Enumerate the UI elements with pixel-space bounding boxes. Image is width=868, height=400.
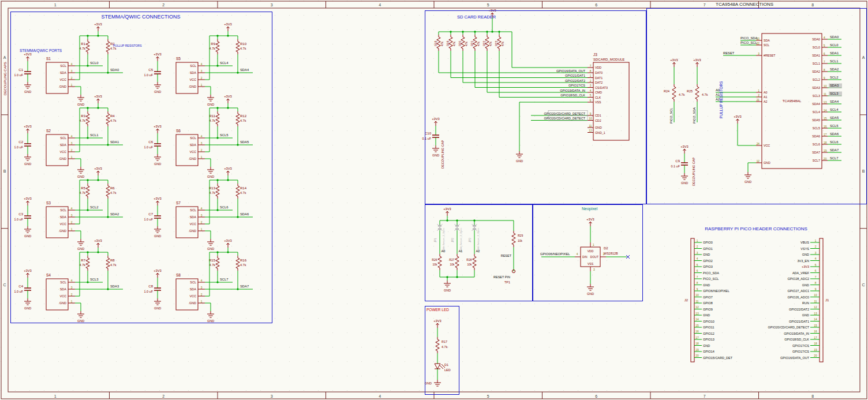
j2-connector-body[interactable] xyxy=(691,238,694,362)
stemma-section-title[interactable]: STEMMA/QWIIC CONNECTIONS xyxy=(10,14,271,20)
net-label[interactable]: GND xyxy=(802,283,809,287)
tca-section-title[interactable]: TCA9548A CONNECTIONS xyxy=(716,2,773,7)
section-box-stemma-qwiic[interactable] xyxy=(10,12,272,323)
pin-number[interactable]: 8 xyxy=(697,282,698,285)
pin-number[interactable]: 7 xyxy=(815,276,817,279)
pin-number[interactable]: 1 xyxy=(697,240,698,242)
net-label[interactable]: +3V3 xyxy=(802,265,809,268)
net-label[interactable]: GPIO17/CS xyxy=(792,350,809,353)
net-label[interactable]: GPIO7 xyxy=(703,296,713,299)
net-label[interactable]: GND xyxy=(703,283,710,287)
section-box-sd-card[interactable] xyxy=(425,10,646,204)
pin-number[interactable]: 19 xyxy=(814,349,817,352)
stemma-decoupling-note[interactable]: DECOUPLING CAPS xyxy=(3,62,7,95)
net-label[interactable]: ADA_VREF xyxy=(792,271,810,275)
pin-number[interactable]: 10 xyxy=(814,294,817,297)
net-label[interactable]: PICO_SDA xyxy=(703,271,719,275)
net-label[interactable]: GPIO20/CD/CARD_DETECT xyxy=(768,326,809,329)
pin-number[interactable]: 12 xyxy=(695,306,699,309)
sd-section-title[interactable]: SD CARD READER xyxy=(457,14,496,20)
net-label[interactable]: GND xyxy=(802,313,809,317)
pin-number[interactable]: 10 xyxy=(695,294,699,297)
section-box-power-led[interactable] xyxy=(425,306,459,395)
net-label[interactable]: GPIO27_ADC1 xyxy=(787,289,809,293)
pin-number[interactable]: 6 xyxy=(697,270,698,272)
pin-number[interactable]: 20 xyxy=(814,354,817,357)
net-label[interactable]: GPIO16/DATA_OUT xyxy=(780,356,810,360)
pico-header-section-title[interactable]: RASPBERRY PI PICO HEADER CONNECTIONS xyxy=(672,226,840,231)
j1-connector-body[interactable] xyxy=(820,238,823,362)
net-label[interactable]: GPIO21/DAT1 xyxy=(789,320,809,323)
pin-number[interactable]: 2 xyxy=(815,245,817,248)
pin-number[interactable]: 17 xyxy=(814,337,817,339)
net-label[interactable]: GPIO2 xyxy=(703,259,713,263)
pin-number[interactable]: 13 xyxy=(695,312,699,315)
net-label[interactable]: GPIO3 xyxy=(703,265,713,268)
pin-number[interactable]: 18 xyxy=(695,342,699,345)
net-label[interactable]: GND xyxy=(703,313,710,317)
net-label[interactable]: GPIO10 xyxy=(703,320,714,323)
pin-number[interactable]: 4 xyxy=(815,257,817,260)
net-label[interactable]: GPIO28_ADC2 xyxy=(787,277,809,281)
net-label[interactable]: GPIO6/NEOPIXEL xyxy=(703,289,729,293)
net-label[interactable]: VBUS xyxy=(800,241,809,244)
section-box-jumpers[interactable] xyxy=(425,204,533,301)
net-label[interactable]: GPIO0 xyxy=(703,241,713,244)
net-label[interactable]: GPIO11 xyxy=(703,326,714,329)
net-label[interactable]: GPIO15/CARD_DET xyxy=(703,356,733,360)
pin-number[interactable]: 15 xyxy=(695,324,699,327)
pin-number[interactable]: 1 xyxy=(815,240,817,242)
section-box-neopixel[interactable] xyxy=(532,204,643,301)
net-label[interactable]: PICO_SCL xyxy=(703,277,719,281)
pin-number[interactable]: 8 xyxy=(815,282,817,285)
tca-pullup-note[interactable]: PULLUP RESISTORS xyxy=(719,81,723,118)
pin-number[interactable]: 16 xyxy=(695,330,699,333)
pin-number[interactable]: 18 xyxy=(814,342,817,345)
net-label[interactable]: RUN xyxy=(802,301,809,305)
net-label[interactable]: GPIO14 xyxy=(703,350,714,353)
pin-number[interactable]: 11 xyxy=(814,300,817,303)
net-label[interactable]: VSYS xyxy=(800,247,809,251)
pin-number[interactable]: 3 xyxy=(697,252,698,255)
neopixel-section-title[interactable]: Neopixel xyxy=(582,207,597,211)
net-label[interactable]: GPIO26_ADC0 xyxy=(787,296,809,299)
pin-number[interactable]: 5 xyxy=(815,264,817,267)
power-led-section-title[interactable]: POWER LED xyxy=(426,308,449,312)
stemma-pullup-note[interactable]: PULLUP RESISTORS xyxy=(113,44,142,47)
section-box-tca9548a[interactable] xyxy=(646,8,867,204)
net-label[interactable]: GND xyxy=(802,253,809,256)
pin-number[interactable]: 12 xyxy=(814,306,817,309)
pin-number[interactable]: 9 xyxy=(697,288,698,291)
stemma-ports-label[interactable]: STEMMA/QWIIC PORTS xyxy=(20,48,62,53)
net-label[interactable]: 3V3_EN xyxy=(798,259,810,263)
ref-des[interactable]: J1 xyxy=(825,298,829,302)
net-label[interactable]: GPIO1 xyxy=(703,247,713,251)
pin-number[interactable]: 17 xyxy=(695,337,699,339)
pin-number[interactable]: 2 xyxy=(697,245,698,248)
net-label[interactable]: GND xyxy=(703,344,710,347)
net-label[interactable]: GPIO8 xyxy=(703,301,713,305)
pin-number[interactable]: 7 xyxy=(697,276,698,279)
net-label[interactable]: GPIO19/DATA_IN xyxy=(784,332,809,335)
ref-des[interactable]: J2 xyxy=(684,298,689,302)
net-label[interactable]: GPIO18/SD_CLK xyxy=(784,338,809,341)
net-label[interactable]: GPIO17/CS xyxy=(792,344,809,347)
net-label[interactable]: GPIO12 xyxy=(703,332,714,335)
sd-decoupling-note[interactable]: DECOUPLING CAP xyxy=(441,140,444,169)
net-label[interactable]: GND xyxy=(703,253,710,256)
pin-number[interactable]: 14 xyxy=(814,318,817,321)
pin-number[interactable]: 11 xyxy=(696,300,699,303)
net-label[interactable]: GPIO13 xyxy=(703,338,714,341)
net-label[interactable]: GPIO22/DAT2 xyxy=(789,308,809,311)
pin-number[interactable]: 9 xyxy=(815,288,817,291)
tca-decoupling-note[interactable]: DECOUPLING CAP xyxy=(692,158,695,186)
pin-number[interactable]: 13 xyxy=(814,312,817,315)
net-label[interactable]: GPIO9 xyxy=(703,308,713,311)
pin-number[interactable]: 15 xyxy=(814,324,817,327)
pin-number[interactable]: 3 xyxy=(815,252,817,255)
pin-number[interactable]: 20 xyxy=(695,354,699,357)
pin-number[interactable]: 5 xyxy=(697,264,698,267)
pin-number[interactable]: 14 xyxy=(695,318,699,321)
pin-number[interactable]: 19 xyxy=(695,349,699,352)
pin-number[interactable]: 4 xyxy=(697,257,698,260)
